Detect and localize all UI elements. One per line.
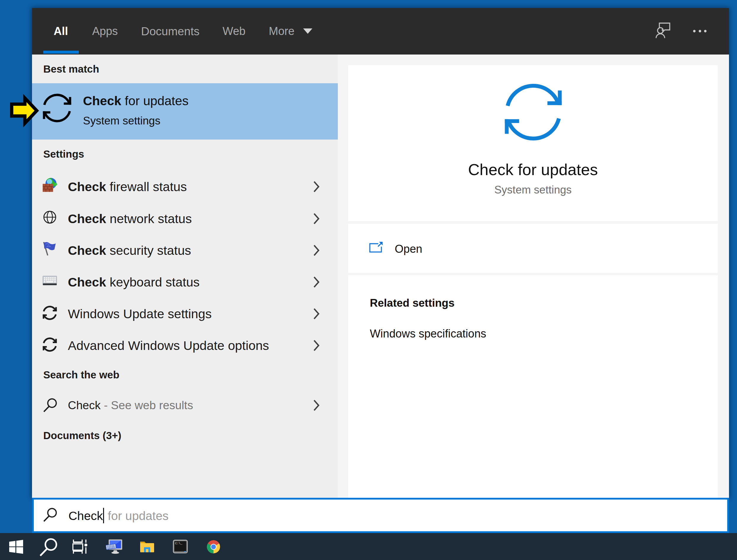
svg-text:C:\_: C:\_ <box>175 542 183 545</box>
